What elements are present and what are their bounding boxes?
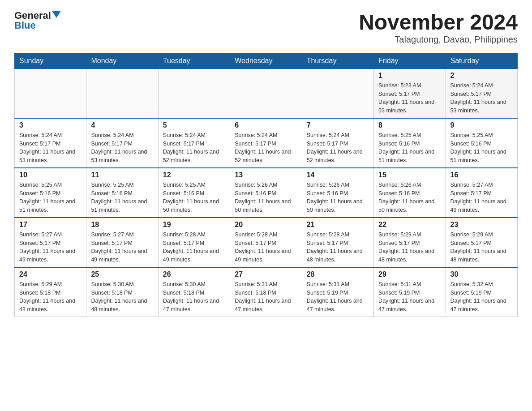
- calendar-cell: 25Sunrise: 5:30 AMSunset: 5:18 PMDayligh…: [86, 267, 158, 317]
- day-info: Sunrise: 5:24 AMSunset: 5:17 PMDaylight:…: [307, 131, 369, 165]
- day-number: 23: [450, 221, 513, 229]
- calendar-cell: 11Sunrise: 5:25 AMSunset: 5:16 PMDayligh…: [86, 168, 158, 218]
- calendar-cell: [230, 68, 302, 118]
- calendar-cell: 27Sunrise: 5:31 AMSunset: 5:18 PMDayligh…: [230, 267, 302, 317]
- calendar-header-row: SundayMondayTuesdayWednesdayThursdayFrid…: [15, 53, 518, 68]
- day-number: 19: [163, 221, 225, 229]
- day-number: 25: [91, 270, 153, 278]
- day-info: Sunrise: 5:25 AMSunset: 5:16 PMDaylight:…: [163, 181, 225, 214]
- title-block: November 2024 Talagutong, Davao, Philipp…: [359, 11, 518, 45]
- day-number: 10: [19, 171, 82, 179]
- calendar-week-row: 17Sunrise: 5:27 AMSunset: 5:17 PMDayligh…: [15, 218, 518, 267]
- day-info: Sunrise: 5:25 AMSunset: 5:16 PMDaylight:…: [19, 181, 82, 214]
- logo-triangle-icon: [52, 11, 61, 18]
- calendar-week-row: 1Sunrise: 5:23 AMSunset: 5:17 PMDaylight…: [15, 68, 518, 118]
- calendar-cell: 16Sunrise: 5:27 AMSunset: 5:17 PMDayligh…: [446, 168, 517, 218]
- calendar-cell: 3Sunrise: 5:24 AMSunset: 5:17 PMDaylight…: [15, 118, 86, 168]
- calendar-header-sunday: Sunday: [15, 53, 86, 68]
- calendar-table: SundayMondayTuesdayWednesdayThursdayFrid…: [14, 53, 518, 317]
- day-number: 15: [378, 171, 441, 179]
- day-info: Sunrise: 5:29 AMSunset: 5:17 PMDaylight:…: [450, 231, 513, 264]
- calendar-cell: 15Sunrise: 5:26 AMSunset: 5:16 PMDayligh…: [374, 168, 446, 218]
- calendar-cell: 4Sunrise: 5:24 AMSunset: 5:17 PMDaylight…: [86, 118, 158, 168]
- day-info: Sunrise: 5:32 AMSunset: 5:19 PMDaylight:…: [450, 280, 513, 314]
- calendar-cell: 30Sunrise: 5:32 AMSunset: 5:19 PMDayligh…: [446, 267, 517, 317]
- calendar-week-row: 24Sunrise: 5:29 AMSunset: 5:18 PMDayligh…: [15, 267, 518, 317]
- calendar-cell: 10Sunrise: 5:25 AMSunset: 5:16 PMDayligh…: [15, 168, 86, 218]
- page-header: General Blue November 2024 Talagutong, D…: [14, 11, 518, 45]
- calendar-week-row: 10Sunrise: 5:25 AMSunset: 5:16 PMDayligh…: [15, 168, 518, 218]
- calendar-title: November 2024: [359, 11, 518, 34]
- logo-blue-text: Blue: [14, 21, 36, 30]
- day-info: Sunrise: 5:24 AMSunset: 5:17 PMDaylight:…: [235, 131, 297, 165]
- logo-general-text: General: [14, 11, 51, 21]
- day-info: Sunrise: 5:28 AMSunset: 5:17 PMDaylight:…: [235, 231, 297, 264]
- calendar-cell: 21Sunrise: 5:28 AMSunset: 5:17 PMDayligh…: [302, 218, 373, 267]
- day-info: Sunrise: 5:23 AMSunset: 5:17 PMDaylight:…: [378, 81, 441, 115]
- calendar-cell: 22Sunrise: 5:29 AMSunset: 5:17 PMDayligh…: [374, 218, 446, 267]
- day-number: 4: [91, 121, 153, 129]
- calendar-cell: [158, 68, 230, 118]
- day-number: 9: [450, 121, 513, 129]
- day-number: 30: [450, 270, 513, 278]
- calendar-header-saturday: Saturday: [446, 53, 517, 68]
- day-info: Sunrise: 5:25 AMSunset: 5:16 PMDaylight:…: [450, 131, 513, 165]
- day-info: Sunrise: 5:24 AMSunset: 5:17 PMDaylight:…: [450, 81, 513, 115]
- day-number: 2: [450, 72, 513, 80]
- calendar-cell: 7Sunrise: 5:24 AMSunset: 5:17 PMDaylight…: [302, 118, 373, 168]
- calendar-cell: 24Sunrise: 5:29 AMSunset: 5:18 PMDayligh…: [15, 267, 86, 317]
- day-number: 3: [19, 121, 82, 129]
- calendar-cell: 20Sunrise: 5:28 AMSunset: 5:17 PMDayligh…: [230, 218, 302, 267]
- day-number: 14: [307, 171, 369, 179]
- day-info: Sunrise: 5:26 AMSunset: 5:16 PMDaylight:…: [307, 181, 369, 214]
- day-number: 6: [235, 121, 297, 129]
- calendar-cell: 23Sunrise: 5:29 AMSunset: 5:17 PMDayligh…: [446, 218, 517, 267]
- day-info: Sunrise: 5:30 AMSunset: 5:18 PMDaylight:…: [91, 280, 153, 314]
- day-number: 22: [378, 221, 441, 229]
- day-info: Sunrise: 5:31 AMSunset: 5:18 PMDaylight:…: [235, 280, 297, 314]
- day-number: 13: [235, 171, 297, 179]
- calendar-cell: 14Sunrise: 5:26 AMSunset: 5:16 PMDayligh…: [302, 168, 373, 218]
- calendar-cell: 28Sunrise: 5:31 AMSunset: 5:19 PMDayligh…: [302, 267, 373, 317]
- day-number: 12: [163, 171, 225, 179]
- day-info: Sunrise: 5:29 AMSunset: 5:17 PMDaylight:…: [378, 231, 441, 264]
- calendar-cell: [86, 68, 158, 118]
- day-info: Sunrise: 5:27 AMSunset: 5:17 PMDaylight:…: [91, 231, 153, 264]
- calendar-cell: 26Sunrise: 5:30 AMSunset: 5:18 PMDayligh…: [158, 267, 230, 317]
- calendar-header-thursday: Thursday: [302, 53, 373, 68]
- calendar-cell: 5Sunrise: 5:24 AMSunset: 5:17 PMDaylight…: [158, 118, 230, 168]
- day-info: Sunrise: 5:29 AMSunset: 5:18 PMDaylight:…: [19, 280, 82, 314]
- calendar-subtitle: Talagutong, Davao, Philippines: [359, 34, 518, 45]
- day-number: 24: [19, 270, 82, 278]
- calendar-cell: [302, 68, 373, 118]
- calendar-cell: 8Sunrise: 5:25 AMSunset: 5:16 PMDaylight…: [374, 118, 446, 168]
- calendar-header-tuesday: Tuesday: [158, 53, 230, 68]
- day-info: Sunrise: 5:24 AMSunset: 5:17 PMDaylight:…: [163, 131, 225, 165]
- day-info: Sunrise: 5:31 AMSunset: 5:19 PMDaylight:…: [378, 280, 441, 314]
- day-number: 20: [235, 221, 297, 229]
- calendar-header-monday: Monday: [86, 53, 158, 68]
- calendar-week-row: 3Sunrise: 5:24 AMSunset: 5:17 PMDaylight…: [15, 118, 518, 168]
- day-info: Sunrise: 5:31 AMSunset: 5:19 PMDaylight:…: [307, 280, 369, 314]
- day-info: Sunrise: 5:26 AMSunset: 5:16 PMDaylight:…: [235, 181, 297, 214]
- calendar-cell: 18Sunrise: 5:27 AMSunset: 5:17 PMDayligh…: [86, 218, 158, 267]
- calendar-cell: 1Sunrise: 5:23 AMSunset: 5:17 PMDaylight…: [374, 68, 446, 118]
- day-info: Sunrise: 5:25 AMSunset: 5:16 PMDaylight:…: [378, 131, 441, 165]
- logo: General Blue: [14, 11, 61, 30]
- day-info: Sunrise: 5:24 AMSunset: 5:17 PMDaylight:…: [19, 131, 82, 165]
- day-number: 5: [163, 121, 225, 129]
- calendar-header-wednesday: Wednesday: [230, 53, 302, 68]
- day-number: 26: [163, 270, 225, 278]
- calendar-cell: 2Sunrise: 5:24 AMSunset: 5:17 PMDaylight…: [446, 68, 517, 118]
- day-info: Sunrise: 5:25 AMSunset: 5:16 PMDaylight:…: [91, 181, 153, 214]
- day-number: 11: [91, 171, 153, 179]
- calendar-cell: 6Sunrise: 5:24 AMSunset: 5:17 PMDaylight…: [230, 118, 302, 168]
- day-number: 17: [19, 221, 82, 229]
- day-number: 18: [91, 221, 153, 229]
- day-number: 29: [378, 270, 441, 278]
- calendar-cell: 13Sunrise: 5:26 AMSunset: 5:16 PMDayligh…: [230, 168, 302, 218]
- calendar-cell: 12Sunrise: 5:25 AMSunset: 5:16 PMDayligh…: [158, 168, 230, 218]
- day-info: Sunrise: 5:30 AMSunset: 5:18 PMDaylight:…: [163, 280, 225, 314]
- day-number: 8: [378, 121, 441, 129]
- calendar-cell: 9Sunrise: 5:25 AMSunset: 5:16 PMDaylight…: [446, 118, 517, 168]
